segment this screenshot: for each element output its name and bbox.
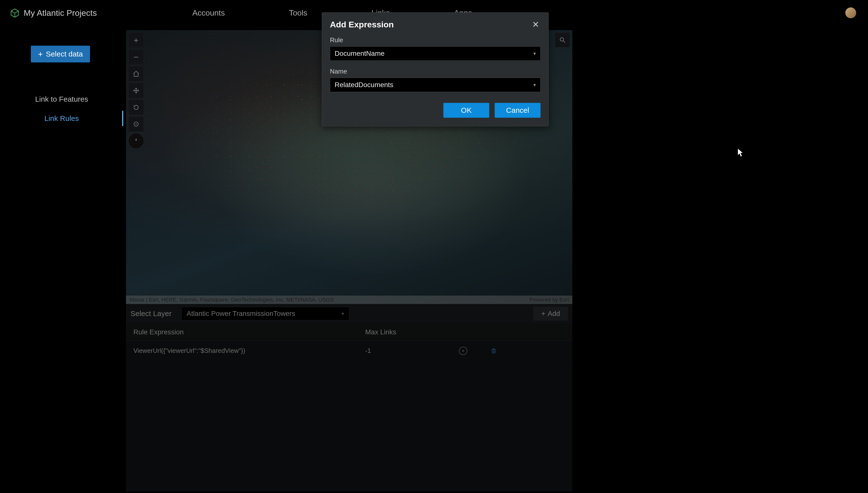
ok-button[interactable]: OK [443,103,489,118]
map-tool-stack: + − [129,33,144,150]
rules-table-header: Rule Expression Max Links [126,323,572,341]
plus-icon: + [541,310,545,318]
target-button[interactable] [129,116,144,132]
app-logo-icon [10,8,20,18]
layer-dropdown[interactable]: Atlantic Power TransmissionTowers ▾ [182,307,349,320]
table-row[interactable]: ViewerUrl({"viewerUrl":"$SharedView"}) -… [126,341,572,361]
rule-dropdown[interactable]: DocumentName ▾ [330,46,541,61]
run-icon[interactable] [459,347,467,355]
rotate-button[interactable] [129,100,144,115]
rules-panel-header: Select Layer Atlantic Power Transmission… [126,304,572,323]
rules-panel: Select Layer Atlantic Power Transmission… [126,304,572,492]
user-avatar[interactable] [845,7,856,18]
select-layer-label: Select Layer [131,309,172,318]
cell-rule-expression: ViewerUrl({"viewerUrl":"$SharedView"}) [133,347,365,355]
search-icon [559,37,566,43]
close-icon: ✕ [532,20,539,29]
col-header-maxlinks: Max Links [365,328,459,336]
col-header-rule: Rule Expression [133,328,365,336]
name-dropdown[interactable]: RelatedDocuments ▾ [330,78,541,92]
left-sidebar: + Select data Link to Features Link Rule… [0,26,123,493]
nav-accounts[interactable]: Accounts [192,8,225,18]
add-expression-dialog: Add Expression ✕ Rule DocumentName ▾ Nam… [322,12,549,126]
sidebar-link-features[interactable]: Link to Features [0,90,123,109]
layer-dropdown-value: Atlantic Power TransmissionTowers [187,310,295,318]
row-actions [459,347,498,355]
map-search-button[interactable] [555,33,570,47]
svg-point-2 [560,38,564,41]
dialog-title: Add Expression [330,20,394,29]
zoom-out-button[interactable]: − [129,49,144,65]
nav-tools[interactable]: Tools [289,8,307,18]
rule-dropdown-value: DocumentName [335,49,384,58]
rule-field-label: Rule [330,36,541,44]
map-attribution: Maxar | Esri, HERE, Garmin, Foursquare, … [126,296,572,304]
chevron-down-icon: ▾ [533,82,536,88]
compass-button[interactable] [129,133,144,149]
app-title: My Atlantic Projects [24,8,97,18]
sidebar-link-rules[interactable]: Link Rules [0,109,123,128]
mouse-cursor-icon [737,148,744,157]
chevron-down-icon: ▾ [533,50,536,57]
name-dropdown-value: RelatedDocuments [335,81,393,89]
home-button[interactable] [129,66,144,81]
zoom-in-button[interactable]: + [129,33,144,48]
add-rule-button[interactable]: + Add [533,307,568,321]
map-attribution-right: Powered by Esri [529,297,569,303]
delete-icon[interactable] [489,347,498,355]
add-rule-label: Add [548,310,560,318]
sidebar-links: Link to Features Link Rules [0,90,123,128]
pan-button[interactable] [129,83,144,98]
dialog-action-row: OK Cancel [330,103,541,118]
chevron-down-icon: ▾ [342,310,344,317]
svg-point-1 [136,124,137,125]
cell-max-links: -1 [365,347,459,355]
dialog-close-button[interactable]: ✕ [531,20,541,29]
name-field-label: Name [330,68,541,75]
select-data-label: Select data [46,50,83,58]
right-empty-pane [572,26,868,493]
cancel-button[interactable]: Cancel [495,103,541,118]
select-data-button[interactable]: + Select data [31,46,90,62]
app-brand: My Atlantic Projects [10,8,97,18]
plus-icon: + [38,49,43,59]
map-attribution-left: Maxar | Esri, HERE, Garmin, Foursquare, … [130,297,334,303]
